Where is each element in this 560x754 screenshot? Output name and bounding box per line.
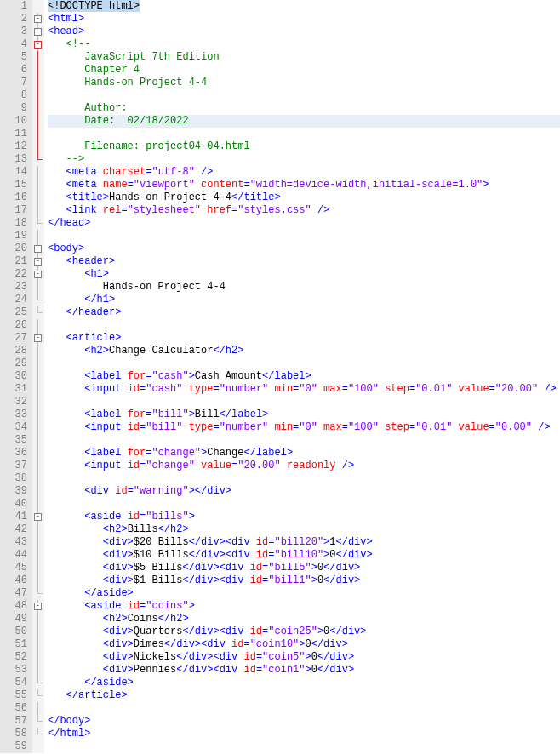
code-token: "0.01" bbox=[415, 383, 452, 395]
code-line[interactable]: <div>Nickels</div><div id="coin5">0</div… bbox=[48, 651, 560, 664]
fold-toggle-icon[interactable]: - bbox=[34, 513, 42, 521]
code-line[interactable]: <input id="bill" type="number" min="0" m… bbox=[48, 421, 560, 434]
code-token: 0 bbox=[317, 574, 323, 586]
code-line[interactable]: <h2>Coins</h2> bbox=[48, 613, 560, 625]
code-token: <h2> bbox=[48, 523, 128, 535]
code-line[interactable]: <div>$20 Bills</div><div id="bill20">1</… bbox=[48, 536, 560, 549]
code-line[interactable]: <article> bbox=[48, 332, 560, 345]
code-line[interactable] bbox=[48, 472, 560, 485]
code-token: <div> bbox=[48, 651, 134, 663]
code-line[interactable]: <!-- bbox=[48, 38, 560, 51]
fold-toggle-icon-open[interactable]: - bbox=[34, 41, 42, 49]
code-token: "coins" bbox=[146, 600, 188, 612]
code-token: > bbox=[306, 651, 311, 663]
code-line[interactable]: --> bbox=[48, 153, 560, 166]
fold-cell bbox=[32, 689, 44, 702]
code-line[interactable] bbox=[48, 434, 560, 447]
code-line[interactable]: <div>Pennies</div><div id="coin1">0</div… bbox=[48, 664, 560, 677]
code-token: /> bbox=[532, 421, 551, 433]
code-line[interactable]: <div>Dimes</div><div id="coin10">0</div> bbox=[48, 638, 560, 651]
code-token: value bbox=[452, 383, 489, 395]
code-line[interactable] bbox=[48, 128, 560, 140]
code-line[interactable]: </header> bbox=[48, 306, 560, 319]
code-line[interactable] bbox=[48, 357, 560, 370]
code-line[interactable]: <input id="cash" type="number" min="0" m… bbox=[48, 383, 560, 396]
code-line[interactable]: <input id="change" value="20.00" readonl… bbox=[48, 460, 560, 472]
code-line[interactable]: </article> bbox=[48, 689, 560, 702]
line-number: 28 bbox=[0, 345, 27, 357]
code-line[interactable] bbox=[48, 498, 560, 511]
code-line[interactable]: </head> bbox=[48, 217, 560, 230]
code-token: <div> bbox=[48, 562, 134, 574]
code-token: <link bbox=[48, 204, 103, 216]
line-number: 53 bbox=[0, 664, 27, 677]
code-line[interactable]: <head> bbox=[48, 26, 560, 38]
code-line[interactable] bbox=[48, 319, 560, 332]
code-token: "stylesheet" bbox=[128, 204, 201, 216]
code-token: Dimes bbox=[134, 638, 164, 650]
code-line[interactable]: <div>$1 Bills</div><div id="bill1">0</di… bbox=[48, 574, 560, 587]
code-line[interactable] bbox=[48, 230, 560, 243]
fold-toggle-icon[interactable]: - bbox=[34, 603, 42, 610]
code-token: </head> bbox=[48, 217, 90, 229]
code-token: "coin5" bbox=[262, 651, 305, 663]
fold-column[interactable]: --------- bbox=[32, 0, 44, 753]
code-line[interactable]: <aside id="coins"> bbox=[48, 600, 560, 613]
code-line[interactable]: <h1> bbox=[48, 268, 560, 281]
code-line[interactable]: <label for="cash">Cash Amount</label> bbox=[48, 370, 560, 383]
code-line[interactable]: <label for="change">Change</label> bbox=[48, 447, 560, 460]
code-line[interactable]: <div>$5 Bills</div><div id="bill5">0</di… bbox=[48, 562, 560, 574]
code-line[interactable]: <h2>Change Calculator</h2> bbox=[48, 345, 560, 357]
line-number-gutter: 1234567891011121314151617181920212223242… bbox=[0, 0, 32, 753]
fold-toggle-icon[interactable]: - bbox=[34, 258, 42, 266]
fold-cell bbox=[32, 421, 44, 434]
code-line[interactable]: Chapter 4 bbox=[48, 64, 560, 77]
code-line[interactable]: <title>Hands-on Project 4-4</title> bbox=[48, 191, 560, 204]
code-editor[interactable]: 1234567891011121314151617181920212223242… bbox=[0, 0, 560, 753]
code-line[interactable]: </aside> bbox=[48, 677, 560, 689]
code-token: </div><div bbox=[182, 625, 249, 637]
code-line[interactable] bbox=[48, 89, 560, 102]
fold-toggle-icon[interactable]: - bbox=[34, 15, 42, 23]
code-line[interactable]: JavaScript 7th Edition bbox=[48, 51, 560, 64]
code-line[interactable]: <label for="bill">Bill</label> bbox=[48, 408, 560, 421]
code-line[interactable]: <!DOCTYPE html> bbox=[48, 0, 560, 13]
code-token: $20 Bills bbox=[134, 536, 189, 548]
code-line[interactable]: <body> bbox=[48, 243, 560, 255]
code-line[interactable]: <div>Quarters</div><div id="coin25">0</d… bbox=[48, 625, 560, 638]
code-line[interactable]: Filename: project04-04.html bbox=[48, 140, 560, 153]
line-number: 13 bbox=[0, 153, 27, 166]
code-line[interactable]: </h1> bbox=[48, 294, 560, 306]
code-line[interactable]: <html> bbox=[48, 13, 560, 26]
line-number: 14 bbox=[0, 166, 27, 179]
code-line[interactable]: <h2>Bills</h2> bbox=[48, 523, 560, 536]
line-number: 9 bbox=[0, 102, 27, 115]
fold-toggle-icon[interactable]: - bbox=[34, 334, 42, 342]
fold-toggle-icon[interactable]: - bbox=[34, 245, 42, 253]
code-line[interactable] bbox=[48, 396, 560, 408]
code-line[interactable]: </aside> bbox=[48, 587, 560, 600]
code-token: <h1> bbox=[48, 268, 109, 280]
code-line[interactable]: <link rel="stylesheet" href="styles.css"… bbox=[48, 204, 560, 217]
code-line[interactable]: <meta name="viewport" content="width=dev… bbox=[48, 179, 560, 191]
fold-toggle-icon[interactable]: - bbox=[34, 28, 42, 36]
line-number: 10 bbox=[0, 115, 27, 128]
line-number: 49 bbox=[0, 613, 27, 625]
code-line[interactable]: <header> bbox=[48, 255, 560, 268]
code-line[interactable]: <div id="warning"></div> bbox=[48, 485, 560, 498]
code-line[interactable]: Date: 02/18/2022 bbox=[48, 115, 560, 128]
code-area[interactable]: <!DOCTYPE html><html><head> <!-- JavaScr… bbox=[44, 0, 560, 753]
fold-toggle-icon[interactable]: - bbox=[34, 271, 42, 278]
code-line[interactable]: <div>$10 Bills</div><div id="bill10">0</… bbox=[48, 549, 560, 562]
code-token: "bill5" bbox=[268, 562, 311, 574]
code-line[interactable]: Hands-on Project 4-4 bbox=[48, 77, 560, 89]
code-line[interactable] bbox=[48, 740, 560, 753]
code-line[interactable]: <aside id="bills"> bbox=[48, 511, 560, 523]
code-line[interactable]: </html> bbox=[48, 728, 560, 740]
code-line[interactable]: </body> bbox=[48, 715, 560, 728]
code-token: type bbox=[182, 383, 213, 395]
code-line[interactable] bbox=[48, 702, 560, 715]
code-line[interactable]: Author: bbox=[48, 102, 560, 115]
code-line[interactable]: Hands-on Project 4-4 bbox=[48, 281, 560, 294]
code-line[interactable]: <meta charset="utf-8" /> bbox=[48, 166, 560, 179]
